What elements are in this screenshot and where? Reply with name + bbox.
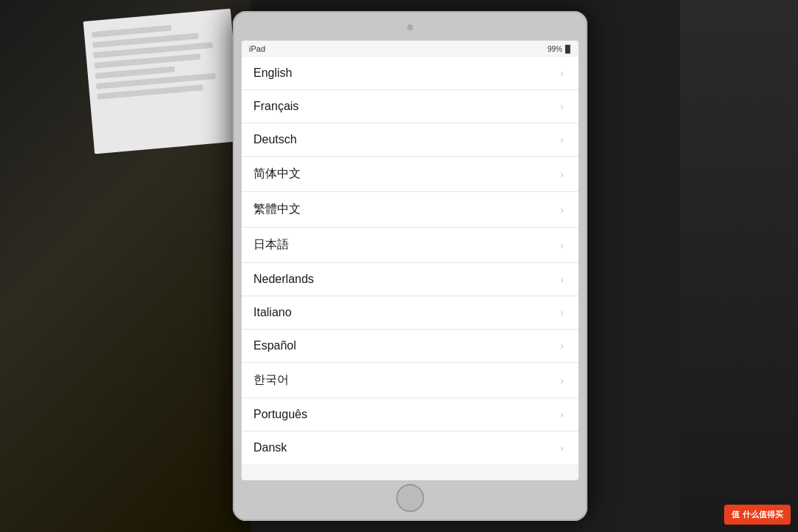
watermark-icon: 值 bbox=[732, 509, 740, 520]
language-item-spanish[interactable]: Español› bbox=[242, 330, 579, 363]
language-name-dutch: Nederlands bbox=[253, 273, 314, 286]
language-item-danish[interactable]: Dansk› bbox=[242, 432, 579, 464]
language-list: English›Français›Deutsch›简体中文›繁體中文›日本語›N… bbox=[242, 57, 579, 464]
chevron-icon-danish: › bbox=[560, 442, 564, 454]
chevron-icon-japanese: › bbox=[560, 239, 564, 251]
right-background bbox=[680, 0, 798, 532]
language-name-italian: Italiano bbox=[253, 306, 292, 319]
language-item-portuguese[interactable]: Português› bbox=[242, 398, 579, 432]
language-item-traditional-chinese[interactable]: 繁體中文› bbox=[242, 192, 579, 228]
language-name-japanese: 日本語 bbox=[253, 237, 289, 253]
chevron-icon-simplified-chinese: › bbox=[560, 168, 564, 180]
language-name-portuguese: Português bbox=[253, 408, 307, 421]
ipad-home-button[interactable] bbox=[396, 484, 424, 512]
language-name-deutsch: Deutsch bbox=[253, 133, 297, 146]
ipad-camera bbox=[407, 24, 413, 30]
language-item-francais[interactable]: Français› bbox=[242, 90, 579, 123]
ipad-device: iPad 99% ▉ English›Français›Deutsch›简体中文… bbox=[233, 11, 587, 521]
chevron-icon-english: › bbox=[560, 67, 564, 79]
device-label: iPad bbox=[249, 44, 265, 53]
status-right: 99% ▉ bbox=[548, 45, 571, 53]
paper-booklet bbox=[83, 9, 242, 154]
chevron-icon-spanish: › bbox=[560, 340, 564, 352]
language-name-english: English bbox=[253, 66, 292, 80]
language-name-spanish: Español bbox=[253, 339, 296, 352]
watermark-text: 什么值得买 bbox=[743, 509, 783, 520]
chevron-icon-korean: › bbox=[560, 375, 564, 386]
chevron-icon-deutsch: › bbox=[560, 134, 564, 146]
ipad-screen: iPad 99% ▉ English›Français›Deutsch›简体中文… bbox=[242, 41, 579, 480]
language-name-francais: Français bbox=[253, 100, 299, 113]
language-name-danish: Dansk bbox=[253, 441, 287, 454]
site-watermark: 值 什么值得买 bbox=[724, 505, 791, 525]
chevron-icon-traditional-chinese: › bbox=[560, 204, 564, 216]
language-item-japanese[interactable]: 日本語› bbox=[242, 228, 579, 263]
language-item-dutch[interactable]: Nederlands› bbox=[242, 263, 579, 296]
language-name-korean: 한국어 bbox=[253, 372, 289, 388]
language-item-deutsch[interactable]: Deutsch› bbox=[242, 123, 579, 157]
language-name-traditional-chinese: 繁體中文 bbox=[253, 202, 301, 217]
battery-icon: ▉ bbox=[565, 45, 571, 53]
battery-percentage: 99% bbox=[548, 45, 562, 53]
chevron-icon-francais: › bbox=[560, 100, 564, 112]
chevron-icon-italian: › bbox=[560, 307, 564, 318]
status-bar: iPad 99% ▉ bbox=[242, 41, 579, 57]
language-item-simplified-chinese[interactable]: 简体中文› bbox=[242, 157, 579, 192]
language-item-korean[interactable]: 한국어› bbox=[242, 363, 579, 398]
chevron-icon-dutch: › bbox=[560, 273, 564, 285]
language-item-italian[interactable]: Italiano› bbox=[242, 296, 579, 330]
language-name-simplified-chinese: 简体中文 bbox=[253, 166, 301, 182]
chevron-icon-portuguese: › bbox=[560, 409, 564, 420]
language-item-english[interactable]: English› bbox=[242, 57, 579, 90]
